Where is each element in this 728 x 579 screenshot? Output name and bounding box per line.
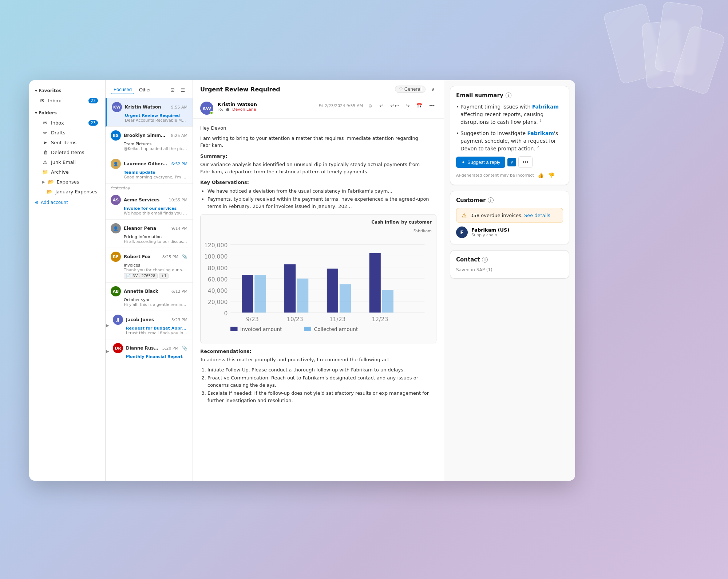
bar-invoiced-4 [369, 253, 381, 312]
folder-icon: 📂 [48, 179, 54, 185]
svg-text:80,000: 80,000 [208, 265, 228, 271]
email-subject: Team Pictures [111, 142, 187, 146]
chevron-down-icon-2: ▾ [35, 110, 37, 115]
email-subject: Urgent Review Required [112, 113, 187, 118]
email-list-filter-icon[interactable]: ⊡ [169, 86, 176, 94]
suggest-chevron-btn[interactable]: ∨ [507, 158, 516, 166]
outlook-window: ▾ Favorites ✉ Inbox 23 ▾ Folders ✉ Inbox… [29, 80, 575, 481]
email-item[interactable]: ▶ JJ Jacob Jones 5:23 PM Request for Bud… [106, 311, 193, 339]
folders-section[interactable]: ▾ Folders [29, 108, 105, 118]
sidebar-item-archive[interactable]: 📁 Archive [33, 167, 104, 177]
sidebar-drafts-label: Drafts [51, 130, 66, 135]
email-item[interactable]: 👤 Laurence Gilbertson 6:52 PM Teams upda… [106, 155, 193, 184]
email-item[interactable]: RF Robert Fox 8:25 PM 📎 Invoices Thank y… [106, 248, 193, 283]
email-summary-title: Email summary i [456, 92, 563, 99]
email-subject: Monthly Financial Report [113, 354, 187, 359]
customer-card: Customer i ⚠ 358 overdue invoices. See d… [450, 191, 569, 244]
category-tag[interactable]: ♡ General [395, 86, 426, 93]
email-time: 5:23 PM [171, 318, 187, 322]
avatar: KW [112, 102, 122, 112]
attachment-label: 📄 INV - 276528 [124, 273, 158, 279]
sidebar-archive-label: Archive [51, 169, 69, 175]
sidebar-item-inbox[interactable]: ✉ Inbox 23 [33, 118, 104, 127]
summary-point-2: Suggestion to investigate Fabrikam's pay… [456, 130, 563, 153]
email-item[interactable]: 👤 Eleanor Pena 9:14 PM Pricing Informati… [106, 220, 193, 248]
fabrikam-link-1[interactable]: Fabrikam [532, 104, 559, 110]
sidebar-item-inbox-fav[interactable]: ✉ Inbox 23 [31, 96, 104, 105]
observations-list: We have noticed a deviation from the usu… [200, 188, 436, 210]
collapse-btn[interactable]: ∨ [429, 85, 436, 93]
svg-text:100,000: 100,000 [205, 253, 228, 260]
expand-icon-2: ▶ [106, 349, 109, 353]
bar-invoiced-2 [284, 264, 296, 312]
bar-invoiced-3 [327, 268, 338, 312]
email-item[interactable]: BS Brooklyn Simmons 8:25 AM Team Picture… [106, 127, 193, 155]
sidebar-item-drafts[interactable]: ✏ Drafts [33, 128, 104, 137]
tab-focused[interactable]: Focused [111, 85, 134, 94]
folders-label: Folders [39, 110, 57, 115]
reply-btn[interactable]: ↩ [377, 102, 385, 110]
reply-all-btn[interactable]: ↩↩ [388, 102, 401, 110]
add-account-btn[interactable]: ⊕ Add account [29, 198, 105, 207]
email-time: 9:55 AM [171, 105, 187, 110]
calendar-btn[interactable]: 📅 [415, 102, 424, 110]
bar-collected-3 [340, 284, 351, 312]
summary-title: Summary: [200, 153, 436, 160]
suggest-reply-row: ✦ Suggest a reply ∨ ••• [456, 156, 563, 168]
see-details-link[interactable]: See details [524, 213, 550, 218]
svg-text:Invoiced amount: Invoiced amount [240, 326, 282, 332]
ref-2: 2 [537, 145, 539, 149]
inbox-fav-badge: 23 [88, 98, 98, 103]
avatar: 👤 [111, 223, 121, 233]
recipient-name: Devon Lane [232, 107, 256, 112]
email-item[interactable]: KW Kristin Watson 9:55 AM Urgent Review … [106, 98, 193, 127]
email-list-sort-icon[interactable]: ☰ [179, 86, 187, 94]
tab-other[interactable]: Other [137, 86, 153, 94]
ai-disclaimer: AI-generated content may be incorrect 👍 … [456, 172, 563, 179]
email-item[interactable]: AS Acme Services 10:55 PM Invoice for ou… [106, 191, 193, 220]
company-row: F Fabrikam (US) Supply chain [456, 227, 563, 238]
summary-title-text: Email summary [456, 92, 503, 99]
drafts-icon: ✏ [42, 130, 48, 135]
customer-title: Customer i [456, 197, 563, 204]
company-avatar: F [456, 227, 468, 238]
favorites-section[interactable]: ▾ Favorites [29, 86, 105, 95]
bar-collected-4 [382, 290, 393, 312]
overdue-alert: ⚠ 358 overdue invoices. See details [456, 208, 563, 223]
sidebar-item-junk[interactable]: ⚠ Junk Email [33, 157, 104, 167]
more-options-btn[interactable]: ••• [518, 156, 533, 168]
sidebar-inbox-fav-label: Inbox [48, 98, 61, 103]
suggest-reply-btn[interactable]: ✦ Suggest a reply [456, 157, 505, 168]
forward-btn[interactable]: ↪ [404, 102, 412, 110]
svg-text:20,000: 20,000 [208, 299, 228, 306]
sidebar-item-january-expenses[interactable]: 📂 January Expenses [33, 187, 104, 196]
sidebar-inbox-label: Inbox [51, 120, 64, 126]
date-divider: Yesterday [106, 184, 193, 191]
email-sender: Laurence Gilbertson [124, 161, 169, 166]
sidebar-sent-label: Sent Items [51, 140, 76, 145]
sidebar-junk-label: Junk Email [51, 159, 76, 165]
info-icon-contact[interactable]: i [482, 257, 488, 263]
email-item[interactable]: ▶ DR Dianne Russell 5:20 PM 📎 Monthly Fi… [106, 339, 193, 363]
sidebar-item-expenses[interactable]: ▶ 📂 Expenses [33, 177, 104, 186]
junk-icon: ⚠ [42, 159, 48, 165]
email-item[interactable]: AB Annette Black 6:12 PM October sync Hi… [106, 283, 193, 311]
summary-text: Our variance analysis has identified an … [200, 161, 436, 175]
thumbs-down-btn[interactable]: 👎 [547, 172, 555, 179]
emoji-btn[interactable]: ☺ [366, 102, 375, 110]
info-icon-customer[interactable]: i [488, 197, 494, 203]
fabrikam-link-2[interactable]: Fabrikam [527, 130, 554, 136]
thumbs-up-btn[interactable]: 👍 [537, 172, 545, 179]
company-info: Fabrikam (US) Supply chain [471, 227, 509, 237]
svg-rect-20 [304, 327, 311, 331]
expand-icon: ▶ [106, 323, 109, 327]
info-icon[interactable]: i [506, 92, 511, 98]
sidebar-item-deleted[interactable]: 🗑 Deleted Items [33, 147, 104, 157]
more-actions-btn[interactable]: ••• [427, 102, 436, 110]
email-sender: Annette Black [124, 289, 169, 294]
bar-collected-1 [254, 275, 266, 312]
attachment-count: +1 [159, 273, 169, 279]
sidebar-item-sent[interactable]: ➤ Sent Items [33, 138, 104, 147]
email-subject: Invoices [111, 263, 187, 268]
company-name: Fabrikam (US) [471, 227, 509, 233]
